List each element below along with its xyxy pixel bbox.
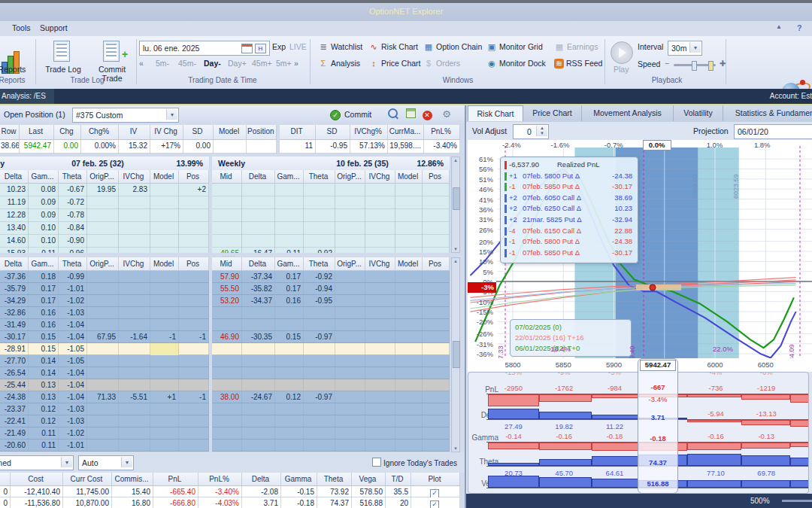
table-row[interactable]: 57.90-37.340.17-0.92 <box>212 271 450 283</box>
reports-button[interactable]: Reports <box>0 39 33 74</box>
table-row[interactable] <box>212 222 450 235</box>
menu-support[interactable]: Support <box>40 23 68 32</box>
expiry-header-right[interactable]: Weekly10 feb. 25 (35)12.86% <box>212 157 450 171</box>
settings-icon[interactable]: ⚙ <box>441 108 453 120</box>
table-row[interactable]: -32.860.16-1.03 <box>0 307 209 319</box>
table-row[interactable]: 0-12,410.4011,745.0015.40-665.40-3.40%-2… <box>0 486 460 497</box>
plot-checkbox[interactable]: ✓ <box>430 500 439 508</box>
interval-select[interactable]: 30m▾ <box>668 41 702 56</box>
nav-45m[interactable]: 45m+ <box>252 59 272 68</box>
table-row[interactable]: 11-0.9557.13%19,598....-3.40% <box>280 140 460 154</box>
table-row[interactable]: -27.700.14-1.05 <box>0 355 209 367</box>
projection-input[interactable]: 06/01/20 <box>734 124 812 139</box>
commit-icon[interactable]: ✓ <box>329 108 341 120</box>
table-row[interactable] <box>212 209 450 222</box>
table-row[interactable]: 38.665942.470.000.00%15.32+17%0.00 <box>0 140 277 154</box>
table-row[interactable]: 49.6516.470.11-0.92 <box>212 248 450 253</box>
tab-volatility[interactable]: Volatility <box>674 105 723 121</box>
table-row[interactable] <box>212 440 450 452</box>
plot-checkbox[interactable]: ✓ <box>430 489 439 497</box>
calendar-icon[interactable] <box>241 44 253 53</box>
menu-tools[interactable]: Tools <box>12 23 31 32</box>
scroll-thumb[interactable] <box>453 187 460 210</box>
table-row[interactable] <box>212 235 450 248</box>
table-row[interactable]: 11.190.09-0.72 <box>0 196 209 209</box>
table-row[interactable]: 13.400.10-0.84 <box>0 222 209 235</box>
scroll-down-icon[interactable]: ▼ <box>453 446 459 451</box>
table-row[interactable]: -35.790.17-1.01 <box>0 283 209 295</box>
table-row[interactable]: 0-11,536.8010,870.0016.80-666.80-4.03%3.… <box>0 497 460 508</box>
table-row[interactable]: -21.490.11-1.02 <box>0 427 209 440</box>
tab-price-chart[interactable]: Price Chart <box>523 105 582 121</box>
nav-next-icon[interactable]: » <box>294 59 298 68</box>
window-button-option-chain[interactable]: ▦Option Chain <box>423 42 482 55</box>
table-row[interactable]: 38.00-24.670.12-0.97 <box>212 391 450 403</box>
table-row[interactable]: -28.910.15-1.05 <box>0 343 209 355</box>
table-row[interactable]: -34.290.17-1.02 <box>0 295 209 307</box>
table-row[interactable]: 55.50-35.820.17-0.94 <box>212 283 450 295</box>
strategy-select[interactable]: #375 Custom▾ <box>72 108 179 123</box>
window-button-monitor-dock[interactable]: ◉Monitor Dock <box>486 59 546 71</box>
nav-prev-icon[interactable]: « <box>139 59 144 68</box>
exp-label[interactable]: Exp <box>272 42 286 55</box>
risk-chart[interactable]: 5861.305901.915983.036023.5961%56%51%46%… <box>468 140 812 372</box>
trade-log-button[interactable]: Trade Log <box>39 39 87 74</box>
auto-select[interactable]: Auto▾ <box>78 455 134 470</box>
nav-5m[interactable]: 5m+ <box>276 59 292 68</box>
tab-movement-analysis[interactable]: Movement Analysis <box>582 105 674 121</box>
table-row[interactable]: -20.600.11-1.01 <box>0 440 209 452</box>
speed-slider[interactable] <box>674 64 716 66</box>
table-row[interactable]: -30.170.15-1.0467.95-1.64-1-1 <box>0 331 209 343</box>
search-icon[interactable] <box>386 108 398 120</box>
vol-adjust-stepper[interactable]: 0 ▲▼ <box>513 124 549 139</box>
table-row[interactable]: 53.20-34.370.16-0.95 <box>212 295 450 307</box>
table-row[interactable] <box>212 343 450 355</box>
window-button-price-chart[interactable]: ↕Price Chart <box>368 59 421 71</box>
play-button[interactable] <box>611 41 633 64</box>
window-button-earnings[interactable]: ▦Earnings <box>554 42 598 55</box>
ignore-trades-checkbox[interactable]: Ignore Today's Trades <box>372 458 457 467</box>
nav-5m[interactable]: 5m- <box>156 59 169 68</box>
table-row[interactable]: -26.540.14-1.04 <box>0 367 209 379</box>
table-row[interactable]: -22.410.12-1.03 <box>0 415 209 427</box>
nav-day[interactable]: Day- <box>204 59 221 68</box>
tab-analysis-es[interactable]: Analysis: /ES <box>0 89 54 104</box>
collapse-ribbon-icon[interactable]: ▲ <box>776 23 782 30</box>
window-button-watchlist[interactable]: ≣Watchlist <box>318 42 362 55</box>
table-row[interactable] <box>212 307 450 319</box>
window-button-risk-chart[interactable]: ∿Risk Chart <box>368 42 418 55</box>
table-row[interactable]: -23.370.12-1.03 <box>0 403 209 415</box>
trading-date-input[interactable]: lu. 06 ene. 2025 H <box>139 41 270 56</box>
nav-45m[interactable]: 45m- <box>178 59 196 68</box>
table-row[interactable] <box>212 184 450 196</box>
upper-scrollbar[interactable]: ▲▼ <box>451 157 460 253</box>
window-button-orders[interactable]: $Orders <box>423 59 460 71</box>
table-row[interactable] <box>212 427 450 440</box>
scroll-down-icon[interactable]: ▼ <box>453 247 459 251</box>
table-row[interactable] <box>212 355 450 367</box>
scroll-thumb[interactable] <box>453 341 460 368</box>
tab-risk-chart[interactable]: Risk Chart <box>468 105 523 121</box>
mode-select[interactable]: Combined▾ <box>0 455 74 470</box>
commit-trade-button[interactable]: + Commit Trade <box>89 39 135 74</box>
table-row[interactable] <box>212 319 450 331</box>
table-row[interactable]: -25.440.13-1.04 <box>0 379 209 391</box>
live-label[interactable]: LIVE <box>289 42 307 55</box>
help-icon[interactable]: ? <box>797 23 801 32</box>
scroll-up-icon[interactable]: ▲ <box>453 158 459 163</box>
chain-scrollbar[interactable]: ▲▼ <box>451 257 460 452</box>
table-row[interactable]: 14.600.10-0.90 <box>0 235 209 248</box>
export-icon[interactable] <box>404 108 417 120</box>
table-row[interactable]: -31.490.16-1.04 <box>0 319 209 331</box>
table-row[interactable] <box>212 403 450 415</box>
window-button-rss-feed[interactable]: ≋RSS Feed <box>554 59 602 71</box>
table-row[interactable]: -24.380.13-1.0471.33-5.51+1-1 <box>0 391 209 403</box>
table-row[interactable]: 10.230.08-0.6719.952.83+2 <box>0 184 209 196</box>
table-row[interactable]: -37.360.18-0.99 <box>0 271 209 283</box>
table-row[interactable]: 46.90-30.350.15-0.97 <box>212 331 450 343</box>
window-button-monitor-grid[interactable]: ▣Monitor Grid <box>486 42 543 55</box>
window-button-analysis[interactable]: ΣAnalysis <box>318 59 360 71</box>
commit-label[interactable]: Commit <box>344 110 371 119</box>
table-row[interactable] <box>212 415 450 427</box>
tab-statistics-fundamentals[interactable]: Statistics & Fundamentals <box>723 105 812 121</box>
